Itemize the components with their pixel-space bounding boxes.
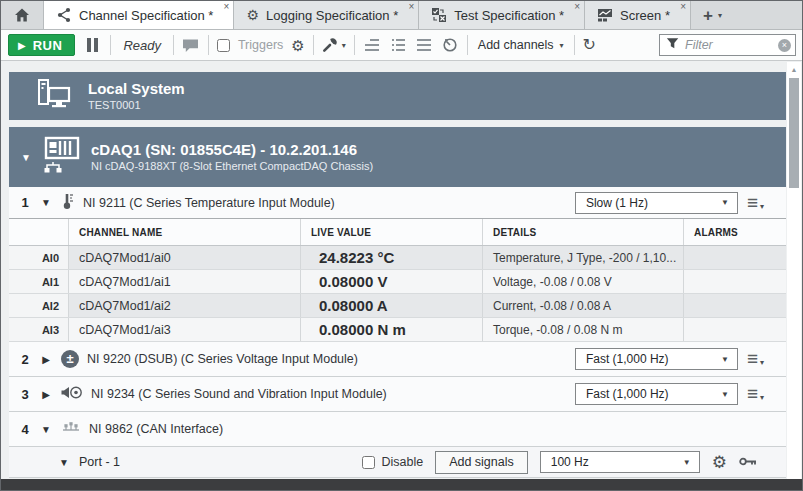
channel-id: AI2 xyxy=(9,294,69,317)
thermometer-icon xyxy=(61,192,75,214)
module-rate-dropdown[interactable]: Slow (1 Hz) ▼ xyxy=(575,192,738,214)
system-title: Local System xyxy=(88,80,185,99)
channel-name[interactable]: cDAQ7Mod1/ai2 xyxy=(69,294,301,317)
close-tab-icon[interactable]: × xyxy=(680,2,686,12)
run-button[interactable]: ▶ RUN xyxy=(8,34,75,56)
selected-rate: 100 Hz xyxy=(551,455,683,469)
column-header[interactable]: DETAILS xyxy=(483,219,684,245)
filter-input[interactable] xyxy=(685,38,773,52)
gear-icon: ⚙ xyxy=(246,8,259,22)
channel-alarms xyxy=(684,270,786,293)
test-checklist-icon xyxy=(431,7,447,23)
chassis-header[interactable]: ▼ cDAQ1 (SN: 01855C4E) - 10.2.201.146 NI… xyxy=(9,127,786,187)
vertical-scrollbar[interactable]: ▲ xyxy=(787,62,801,481)
list-view-icon[interactable] xyxy=(415,38,433,52)
chevron-down-icon: ▾ xyxy=(560,41,564,50)
tab-channel-specification[interactable]: Channel Specification * × xyxy=(44,1,234,29)
clear-filter-icon[interactable]: × xyxy=(778,39,791,52)
divider xyxy=(467,35,468,55)
tab-logging-specification[interactable]: ⚙ Logging Specification * × xyxy=(234,1,419,29)
computer-icon xyxy=(37,79,73,113)
triggers-label: Triggers xyxy=(238,38,283,52)
menu-icon: ≡ xyxy=(747,351,758,367)
toolbar: ▶ RUN Ready Triggers ⚙ ▾ xyxy=(1,30,802,61)
module-slot-number: 2 xyxy=(19,352,31,367)
can-port-row[interactable]: ▼ Port - 1 Disable Add signals 100 Hz ▼ … xyxy=(9,447,786,478)
chassis-expander-icon[interactable]: ▼ xyxy=(19,152,33,163)
port-rate-dropdown[interactable]: 100 Hz ▼ xyxy=(540,451,700,473)
module-menu-button[interactable]: ≡ ▾ xyxy=(747,195,764,211)
add-channels-button[interactable]: Add channels ▾ xyxy=(476,38,566,52)
table-row[interactable]: AI1 cDAQ7Mod1/ai1 0.08000 V Voltage, -0.… xyxy=(9,270,786,294)
module-menu-button[interactable]: ≡ ▾ xyxy=(747,386,764,402)
module-row-ni9220[interactable]: 2 ▶ ± NI 9220 (DSUB) (C Series Voltage I… xyxy=(9,342,786,377)
tab-label: Logging Specification * xyxy=(266,8,398,23)
disable-control: Disable xyxy=(362,455,423,469)
column-header[interactable]: ALARMS xyxy=(684,219,786,245)
table-row[interactable]: AI0 cDAQ7Mod1/ai0 24.8223 °C Temperature… xyxy=(9,246,786,270)
close-tab-icon[interactable]: × xyxy=(224,2,230,12)
channel-details[interactable]: Temperature, J Type, -200 / 1,10... xyxy=(483,246,684,269)
refresh-icon[interactable]: ↻ xyxy=(583,37,596,53)
channel-details[interactable]: Voltage, -0.08 / 0.08 V xyxy=(483,270,684,293)
pause-button[interactable] xyxy=(83,36,102,54)
channel-details[interactable]: Current, -0.08 / 0.08 A xyxy=(483,294,684,317)
column-header[interactable]: CHANNEL NAME xyxy=(69,219,301,245)
dropdown-arrow-icon: ▼ xyxy=(721,355,729,364)
module-row-ni9211[interactable]: 1 ▼ NI 9211 (C Series Temperature Input … xyxy=(9,187,786,218)
module-slot-number: 1 xyxy=(19,195,31,210)
home-button[interactable] xyxy=(1,1,44,29)
triggers-checkbox[interactable] xyxy=(217,39,230,52)
expand-groups-icon[interactable] xyxy=(389,38,407,52)
add-tab-button[interactable]: + ▾ xyxy=(691,1,734,29)
module-menu-button[interactable]: ≡ ▾ xyxy=(747,351,764,367)
sound-vibration-icon xyxy=(61,385,83,404)
channel-name[interactable]: cDAQ7Mod1/ai0 xyxy=(69,246,301,269)
divider xyxy=(574,35,575,55)
plus-icon: + xyxy=(703,7,713,24)
module-name: NI 9220 (DSUB) (C Series Voltage Input M… xyxy=(87,352,358,366)
column-header[interactable]: LIVE VALUE xyxy=(301,219,483,245)
module-expander-icon[interactable]: ▶ xyxy=(39,389,53,400)
comment-bubble-icon[interactable] xyxy=(182,38,200,53)
module-expander-icon[interactable]: ▼ xyxy=(39,197,53,208)
app-window: Channel Specification * × ⚙ Logging Spec… xyxy=(0,0,803,491)
channel-specification-content: Local System TEST0001 ▼ cDAQ1 (SN: 01855… xyxy=(1,61,802,480)
scroll-up-icon[interactable]: ▲ xyxy=(787,62,801,73)
module-expander-icon[interactable]: ▼ xyxy=(39,424,53,435)
tab-test-specification[interactable]: Test Specification * × xyxy=(419,1,585,29)
tools-wrench-button[interactable]: ▾ xyxy=(322,37,346,53)
channel-name[interactable]: cDAQ7Mod1/ai3 xyxy=(69,318,301,341)
local-system-header[interactable]: Local System TEST0001 xyxy=(9,72,786,120)
module-rate-dropdown[interactable]: Fast (1,000 Hz) ▼ xyxy=(575,348,738,370)
live-value: 0.08000 N m xyxy=(301,318,483,341)
can-database-key-icon[interactable] xyxy=(739,453,758,471)
table-row[interactable]: AI2 cDAQ7Mod1/ai2 0.08000 A Current, -0.… xyxy=(9,294,786,318)
channel-details[interactable]: Torque, -0.08 / 0.08 N m xyxy=(483,318,684,341)
scrollbar-thumb[interactable] xyxy=(789,78,799,188)
table-row[interactable]: AI3 cDAQ7Mod1/ai3 0.08000 N m Torque, -0… xyxy=(9,318,786,342)
collapse-groups-icon[interactable] xyxy=(363,38,381,52)
channel-name[interactable]: cDAQ7Mod1/ai1 xyxy=(69,270,301,293)
divider xyxy=(313,35,314,55)
module-row-ni9862[interactable]: 4 ▼ NI 9862 (CAN Interface) xyxy=(9,412,786,447)
disable-checkbox[interactable] xyxy=(362,456,375,469)
channel-id: AI0 xyxy=(9,246,69,269)
module-rate-dropdown[interactable]: Fast (1,000 Hz) ▼ xyxy=(575,383,738,405)
close-tab-icon[interactable]: × xyxy=(574,2,580,12)
close-tab-icon[interactable]: × xyxy=(408,2,414,12)
triggers-gear-icon[interactable]: ⚙ xyxy=(291,38,304,53)
module-expander-icon[interactable]: ▶ xyxy=(39,354,53,365)
rate-history-icon[interactable] xyxy=(441,37,459,53)
port-settings-gear-icon[interactable]: ⚙ xyxy=(712,454,727,471)
chevron-down-icon: ▾ xyxy=(760,358,764,367)
tab-bar: Channel Specification * × ⚙ Logging Spec… xyxy=(1,1,802,30)
tab-screen[interactable]: Screen * × xyxy=(585,1,691,29)
chevron-down-icon: ▾ xyxy=(342,41,346,50)
tab-label: Channel Specification * xyxy=(79,8,213,23)
add-signals-button[interactable]: Add signals xyxy=(435,451,528,474)
dropdown-arrow-icon: ▼ xyxy=(721,390,729,399)
window-bottom-edge xyxy=(1,479,802,490)
port-expander-icon[interactable]: ▼ xyxy=(57,457,71,468)
module-row-ni9234[interactable]: 3 ▶ NI 9234 (C Series Sound and Vibratio… xyxy=(9,377,786,412)
